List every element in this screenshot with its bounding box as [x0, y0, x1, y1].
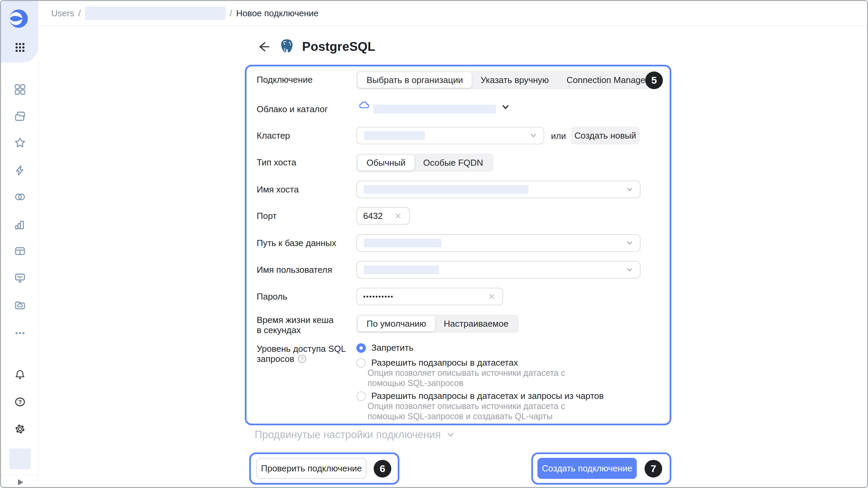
datalens-logo[interactable] [8, 8, 29, 29]
annotation-step-badge-6: 6 [374, 460, 391, 477]
notifications-bell-icon[interactable] [14, 369, 26, 381]
chevron-down-icon [626, 239, 634, 247]
radio-description: Опция позволяет описывать источники дата… [368, 401, 590, 421]
cloud-folder-icon[interactable] [14, 299, 26, 311]
username-select[interactable] [356, 261, 640, 279]
chevron-down-icon [626, 266, 634, 274]
breadcrumb-separator: / [78, 8, 81, 19]
monitoring-icon[interactable] [14, 272, 26, 284]
radio-description: Опция позволяет описывать источники дата… [368, 368, 590, 388]
sidebar-divider [1, 475, 38, 475]
favorites-star-icon[interactable] [14, 137, 26, 149]
field-label-port: Порт [257, 211, 277, 221]
expand-play-icon[interactable] [14, 476, 26, 488]
cluster-redacted-value [364, 131, 425, 140]
connection-form-panel: Подключение Выбрать в организации Указат… [245, 65, 671, 425]
back-arrow-icon[interactable] [255, 39, 272, 55]
field-label-cloud-folder: Облако и каталог [257, 104, 328, 114]
breadcrumb-redacted-value[interactable] [85, 6, 225, 20]
or-text: или [551, 131, 566, 141]
field-label-cluster: Кластер [257, 130, 290, 141]
field-label-cache-ttl: Время жизни кеша в секундах [257, 315, 334, 335]
sidebar: ? [1, 1, 38, 487]
settings-gear-icon[interactable] [14, 423, 26, 435]
password-input[interactable] [356, 288, 503, 305]
radio-selected-icon[interactable] [356, 343, 366, 353]
field-label-username: Имя пользователя [257, 265, 332, 275]
radio-option-deny[interactable]: Запретить [356, 343, 413, 353]
field-label-db-path: Путь к базе данных [257, 238, 336, 248]
create-connection-button[interactable]: Создать подключение [537, 458, 637, 479]
password-clear-x-icon[interactable] [488, 293, 495, 300]
breadcrumb: Users / / Новое подключение [51, 6, 319, 20]
datasets-rings-icon[interactable] [14, 191, 26, 203]
cache-ttl-segmented: По умолчанию Настраиваемое [356, 314, 519, 333]
breadcrumb-separator: / [230, 8, 232, 19]
advanced-settings-toggle[interactable]: Продвинутые настройки подключения [255, 429, 456, 441]
radio-unselected-icon[interactable] [356, 391, 366, 401]
segment-option-special-fqdn[interactable]: Особые FQDN [414, 155, 492, 170]
field-label-hostname: Имя хоста [257, 184, 299, 195]
chevron-down-icon [626, 185, 634, 194]
hostname-redacted-value [364, 185, 529, 194]
field-label-connection: Подключение [257, 75, 313, 85]
apps-grid-icon[interactable] [14, 41, 26, 54]
hostname-select[interactable] [356, 181, 640, 198]
charts-bar-icon[interactable] [14, 219, 26, 231]
field-label-sql-access: Уровень доступа SQL запросов? [257, 344, 346, 364]
breadcrumb-current: Новое подключение [236, 8, 318, 19]
db-path-redacted-value [364, 239, 441, 247]
cloud-folder-redacted-value[interactable] [373, 105, 496, 114]
connection-header: PostgreSQL [255, 38, 375, 55]
radio-option-allow-subqueries-and-charts[interactable]: Разрешить подзапросы в датасетах и запро… [356, 391, 604, 401]
segment-option-regular[interactable]: Обычный [358, 155, 414, 170]
svg-text:?: ? [18, 399, 22, 405]
segment-option-default[interactable]: По умолчанию [358, 316, 435, 331]
avatar[interactable] [9, 448, 31, 469]
db-path-select[interactable] [356, 234, 640, 252]
chevron-down-icon [446, 430, 456, 440]
field-label-host-type: Тип хоста [257, 157, 296, 167]
postgresql-logo-icon [279, 38, 295, 55]
connection-mode-segmented: Выбрать в организации Указать вручную Co… [356, 71, 658, 89]
radio-unselected-icon[interactable] [356, 358, 366, 368]
username-redacted-value [364, 265, 439, 274]
help-icon[interactable]: ? [14, 396, 26, 408]
svg-text:?: ? [301, 356, 304, 362]
segment-option-select-in-org[interactable]: Выбрать в организации [358, 72, 472, 88]
check-connection-button[interactable]: Проверить подключение [256, 458, 367, 479]
chevron-down-icon [529, 131, 537, 140]
collections-icon[interactable] [14, 110, 26, 122]
annotation-step-badge-7: 7 [645, 460, 662, 477]
advanced-settings-label: Продвинутые настройки подключения [255, 429, 441, 441]
topbar: Users / / Новое подключение [38, 1, 867, 26]
annotation-step-badge-5: 5 [645, 72, 663, 89]
cloud-icon [358, 100, 370, 111]
field-label-password: Пароль [257, 291, 287, 302]
port-clear-x-icon[interactable] [394, 212, 402, 220]
page-title: PostgreSQL [302, 40, 375, 54]
question-circle-icon[interactable]: ? [298, 354, 307, 363]
segment-option-connection-manager[interactable]: Connection Manager [558, 72, 657, 88]
segment-option-manual[interactable]: Указать вручную [472, 72, 557, 88]
port-input[interactable] [356, 207, 410, 225]
host-type-segmented: Обычный Особые FQDN [356, 154, 493, 172]
breadcrumb-root[interactable]: Users [51, 8, 74, 19]
segment-option-custom[interactable]: Настраиваемое [435, 316, 517, 331]
dashboards-table-icon[interactable] [14, 245, 26, 257]
app-window: ? Users / / Новое подключение [0, 0, 868, 488]
dashboard-grid-icon[interactable] [14, 83, 26, 96]
more-ellipsis-icon[interactable] [14, 327, 26, 339]
cluster-select[interactable] [356, 127, 544, 144]
cloud-chevron-down-icon[interactable] [501, 102, 510, 113]
radio-option-allow-subqueries[interactable]: Разрешить подзапросы в датасетах [356, 358, 518, 368]
create-cluster-button[interactable]: Создать новый [571, 127, 640, 144]
editor-lightning-icon[interactable] [14, 164, 26, 177]
